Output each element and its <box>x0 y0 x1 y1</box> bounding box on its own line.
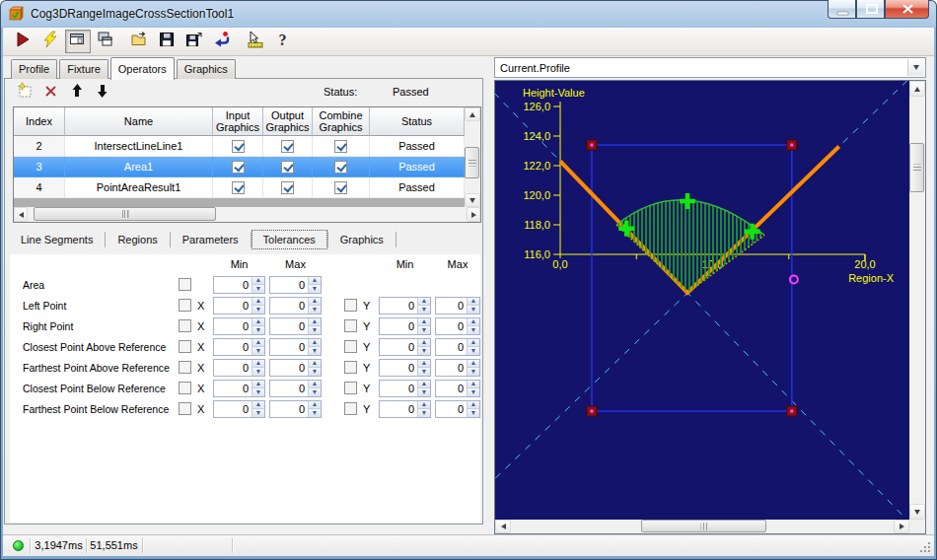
left-point-y-min-spinner[interactable]: 0 <box>379 297 431 315</box>
subtab-regions[interactable]: Regions <box>106 230 169 249</box>
farthest-point-above-reference-max-spinner-up-button[interactable] <box>309 360 321 369</box>
reset-button[interactable] <box>209 30 235 53</box>
maximize-button[interactable] <box>856 0 885 19</box>
scroll-down-button[interactable] <box>465 193 480 207</box>
right-point-y-enable-checkbox[interactable] <box>344 319 357 332</box>
right-point-max-spinner-down-button[interactable] <box>309 326 321 334</box>
farthest-point-above-reference-min-spinner-up-button[interactable] <box>252 360 264 369</box>
closest-point-below-reference-max-spinner-up-button[interactable] <box>309 381 321 389</box>
chart-vertical-scrollbar[interactable] <box>909 81 925 520</box>
scroll-right-button[interactable] <box>894 520 909 533</box>
left-point-min-spinner-down-button[interactable] <box>252 306 264 314</box>
farthest-point-above-reference-y-min-spinner-up-button[interactable] <box>418 360 430 369</box>
profile-selector[interactable]: Current.Profile <box>494 57 926 78</box>
farthest-point-above-reference-max-spinner-down-button[interactable] <box>309 368 321 376</box>
farthest-point-below-reference-max-spinner[interactable]: 0 <box>269 400 322 418</box>
farthest-point-below-reference-y-enable-checkbox[interactable] <box>344 402 357 415</box>
area-max-spinner-up-button[interactable] <box>309 277 321 286</box>
right-point-min-spinner-up-button[interactable] <box>252 318 264 327</box>
tab-profile[interactable]: Profile <box>11 59 57 79</box>
right-point-y-min-spinner[interactable]: 0 <box>379 317 431 335</box>
column-header-index[interactable]: Index <box>14 107 65 136</box>
tab-operators[interactable]: Operators <box>110 57 175 80</box>
area-min-spinner-up-button[interactable] <box>252 277 264 286</box>
left-point-max-spinner-down-button[interactable] <box>309 306 321 314</box>
closest-point-below-reference-y-min-spinner[interactable]: 0 <box>379 380 431 397</box>
cell-combine-graphics-checkbox[interactable] <box>334 181 347 194</box>
closest-point-below-reference-y-min-spinner-down-button[interactable] <box>418 388 430 396</box>
farthest-point-below-reference-x-enable-checkbox[interactable] <box>179 402 191 415</box>
subtab-line-segments[interactable]: Line Segments <box>9 230 105 249</box>
closest-point-above-reference-y-max-spinner-down-button[interactable] <box>468 347 479 355</box>
scroll-left-button[interactable] <box>495 520 511 533</box>
farthest-point-below-reference-max-spinner-up-button[interactable] <box>309 401 321 410</box>
farthest-point-below-reference-y-min-spinner-up-button[interactable] <box>418 401 430 410</box>
closest-point-above-reference-max-spinner-down-button[interactable] <box>309 347 321 355</box>
right-point-x-enable-checkbox[interactable] <box>179 319 191 332</box>
tab-graphics[interactable]: Graphics <box>177 59 236 79</box>
minimize-button[interactable] <box>828 0 856 19</box>
delete-operator-button[interactable] <box>40 83 62 103</box>
table-vertical-scrollbar[interactable] <box>465 107 480 207</box>
scroll-thumb[interactable] <box>465 147 479 178</box>
closest-point-below-reference-y-min-spinner-up-button[interactable] <box>418 381 430 389</box>
farthest-point-above-reference-min-spinner[interactable]: 0 <box>213 359 265 377</box>
scroll-down-button[interactable] <box>909 504 925 520</box>
electric-run-button[interactable] <box>37 30 63 53</box>
closest-point-below-reference-y-enable-checkbox[interactable] <box>344 382 357 394</box>
float-window-button[interactable] <box>93 30 118 53</box>
closest-point-above-reference-x-enable-checkbox[interactable] <box>179 340 191 353</box>
farthest-point-below-reference-y-max-spinner-down-button[interactable] <box>468 409 479 417</box>
closest-point-above-reference-min-spinner[interactable]: 0 <box>213 338 265 356</box>
right-point-y-max-spinner-up-button[interactable] <box>468 318 479 327</box>
left-point-min-spinner-up-button[interactable] <box>252 298 264 307</box>
closest-point-above-reference-y-min-spinner[interactable]: 0 <box>379 338 431 356</box>
close-button[interactable] <box>885 0 929 19</box>
closest-point-above-reference-max-spinner-up-button[interactable] <box>309 339 321 348</box>
left-point-min-spinner[interactable]: 0 <box>213 297 265 315</box>
left-point-y-max-spinner[interactable]: 0 <box>435 297 480 315</box>
tab-fixture[interactable]: Fixture <box>59 59 108 79</box>
farthest-point-above-reference-min-spinner-down-button[interactable] <box>252 368 264 376</box>
scroll-up-button[interactable] <box>909 81 925 97</box>
farthest-point-below-reference-y-min-spinner-down-button[interactable] <box>418 409 430 417</box>
farthest-point-below-reference-min-spinner-up-button[interactable] <box>252 401 264 410</box>
left-point-y-max-spinner-up-button[interactable] <box>468 298 479 307</box>
closest-point-below-reference-max-spinner[interactable]: 0 <box>269 380 322 397</box>
closest-point-below-reference-y-max-spinner[interactable]: 0 <box>435 380 480 397</box>
closest-point-below-reference-max-spinner-down-button[interactable] <box>309 388 321 396</box>
closest-point-below-reference-min-spinner-up-button[interactable] <box>252 381 264 389</box>
closest-point-below-reference-min-spinner[interactable]: 0 <box>213 380 265 397</box>
area-max-spinner[interactable]: 0 <box>269 276 322 294</box>
farthest-point-below-reference-y-max-spinner[interactable]: 0 <box>435 400 480 418</box>
table-row[interactable]: 3Area1Passed <box>14 157 465 177</box>
left-point-y-min-spinner-up-button[interactable] <box>418 298 430 307</box>
closest-point-above-reference-y-min-spinner-down-button[interactable] <box>418 347 430 355</box>
farthest-point-above-reference-y-min-spinner-down-button[interactable] <box>418 368 430 376</box>
open-button[interactable] <box>126 30 152 53</box>
closest-point-above-reference-min-spinner-down-button[interactable] <box>252 347 264 355</box>
cell-combine-graphics-checkbox[interactable] <box>334 161 347 174</box>
cell-input-graphics-checkbox[interactable] <box>232 140 245 153</box>
table-row[interactable]: 4PointAreaResult1Passed <box>14 177 465 198</box>
subtab-graphics[interactable]: Graphics <box>328 230 396 249</box>
closest-point-above-reference-min-spinner-up-button[interactable] <box>252 339 264 348</box>
area-min-spinner-down-button[interactable] <box>252 285 264 293</box>
cell-output-graphics-checkbox[interactable] <box>281 161 294 174</box>
titlebar[interactable]: Cog3DRangeImageCrossSectionTool1 <box>0 0 937 28</box>
column-header-name[interactable]: Name <box>65 107 213 136</box>
right-point-min-spinner-down-button[interactable] <box>252 326 264 334</box>
left-point-y-min-spinner-down-button[interactable] <box>418 306 430 314</box>
add-operator-button[interactable] <box>15 83 36 103</box>
dropdown-arrow-icon[interactable] <box>907 59 924 76</box>
right-point-max-spinner-up-button[interactable] <box>309 318 321 327</box>
scroll-right-button[interactable] <box>467 207 480 222</box>
right-point-max-spinner[interactable]: 0 <box>269 317 322 335</box>
cell-output-graphics-checkbox[interactable] <box>281 140 294 153</box>
left-point-max-spinner-up-button[interactable] <box>309 298 321 307</box>
save-button[interactable] <box>154 30 180 53</box>
table-row[interactable]: 2IntersectLineLine1Passed <box>14 136 465 157</box>
area-x-enable-checkbox[interactable] <box>179 278 191 291</box>
move-down-button[interactable] <box>92 83 113 103</box>
left-point-max-spinner[interactable]: 0 <box>269 297 322 315</box>
